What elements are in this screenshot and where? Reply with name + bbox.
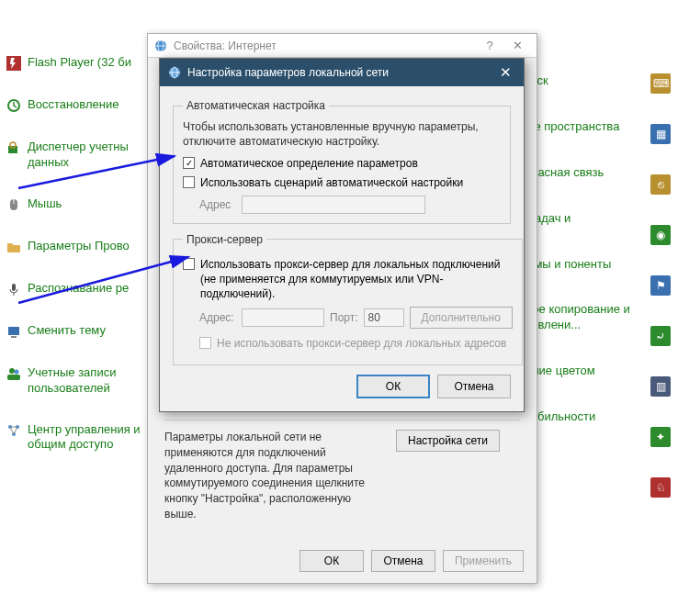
globe-icon xyxy=(167,65,182,80)
cp-tile-icon[interactable]: ▥ xyxy=(650,376,671,397)
proxy-group: Прокси-сервер Использовать прокси-сервер… xyxy=(173,233,523,365)
use-proxy-label: Использовать прокси-сервер для локальных… xyxy=(200,257,513,302)
lan-settings-button[interactable]: Настройка сети xyxy=(396,430,500,452)
auto-detect-label: Автоматическое определение параметров xyxy=(200,156,418,171)
globe-icon xyxy=(153,39,168,53)
cp-item-users[interactable]: Учетные записи пользователей xyxy=(6,365,147,397)
auto-config-desc: Чтобы использовать установленные вручную… xyxy=(183,119,501,149)
cp-item-flash[interactable]: Flash Player (32 би xyxy=(6,55,147,72)
proxy-address-input xyxy=(242,308,324,327)
cancel-button[interactable]: Отмена xyxy=(371,550,435,572)
ok-button[interactable]: ОК xyxy=(299,550,364,572)
lan-settings-dialog: Настройка параметров локальной сети ✕ Ав… xyxy=(159,58,525,412)
cancel-button[interactable]: Отмена xyxy=(437,375,511,398)
dialog-titlebar[interactable]: Настройка параметров локальной сети ✕ xyxy=(160,59,524,86)
group-legend: Прокси-сервер xyxy=(183,233,266,246)
group-legend: Автоматическая настройка xyxy=(183,99,329,112)
auto-config-group: Автоматическая настройка Чтобы использов… xyxy=(173,99,511,224)
close-button[interactable]: ✕ xyxy=(487,59,524,86)
auto-detect-checkbox[interactable] xyxy=(183,157,195,169)
help-button[interactable]: ? xyxy=(476,37,503,55)
cp-tile-icon[interactable]: ⚑ xyxy=(650,275,671,296)
use-script-label: Использовать сценарий автоматической нас… xyxy=(200,175,463,190)
cp-tile-icon[interactable]: ⌨ xyxy=(650,73,671,94)
cp-column-left: Flash Player (32 би Восстановление Диспе… xyxy=(0,55,147,616)
network-icon xyxy=(6,422,22,439)
address-label: Адрес xyxy=(199,198,236,211)
dialog-title: Настройка параметров локальной сети xyxy=(187,66,389,79)
credential-icon xyxy=(6,140,22,156)
folder-icon xyxy=(6,239,22,255)
script-address-input xyxy=(242,196,425,214)
use-proxy-checkbox[interactable] xyxy=(183,258,195,270)
cp-tile-icon[interactable]: ✦ xyxy=(650,427,671,447)
svg-rect-12 xyxy=(7,375,20,380)
cp-tile-icon[interactable]: ⤾ xyxy=(650,326,671,346)
cp-tile-icon[interactable]: ♘ xyxy=(650,477,671,498)
svg-rect-9 xyxy=(11,336,17,338)
proxy-port-label: Порт: xyxy=(330,311,358,324)
theme-icon xyxy=(6,323,22,340)
users-icon xyxy=(6,365,22,382)
cp-column-right-icons: ⌨▦⎋◉⚑⤾▥✦♘ xyxy=(650,55,678,616)
cp-item-mouse[interactable]: Мышь xyxy=(6,196,147,213)
cp-item-theme[interactable]: Сменить тему xyxy=(6,323,147,340)
svg-rect-8 xyxy=(8,327,19,335)
dialog-title: Свойства: Интернет xyxy=(174,39,277,52)
svg-rect-2 xyxy=(8,146,17,153)
bypass-local-label: Не использовать прокси-сервер для локаль… xyxy=(217,336,506,351)
cp-tile-icon[interactable]: ⎋ xyxy=(650,174,671,195)
proxy-port-input xyxy=(364,308,404,327)
cp-item-speech[interactable]: Распознавание ре xyxy=(6,281,147,297)
cp-tile-icon[interactable]: ◉ xyxy=(650,225,671,245)
ok-button[interactable]: ОК xyxy=(356,375,430,398)
cp-item-network-center[interactable]: Центр управления и общим доступо xyxy=(6,422,147,454)
svg-rect-6 xyxy=(12,284,16,291)
advanced-button: Дополнительно xyxy=(410,307,513,329)
microphone-icon xyxy=(6,281,22,297)
bypass-local-checkbox xyxy=(199,337,211,349)
proxy-address-label: Адрес: xyxy=(199,311,236,324)
close-button[interactable]: ✕ xyxy=(503,37,531,55)
mouse-icon xyxy=(6,196,22,213)
flash-icon xyxy=(6,55,22,72)
use-script-checkbox[interactable] xyxy=(183,176,195,188)
svg-point-11 xyxy=(15,369,19,374)
cp-item-explorer[interactable]: Параметры Прово xyxy=(6,239,147,255)
lan-description: Параметры локальной сети не применяются … xyxy=(164,430,385,522)
svg-point-10 xyxy=(9,368,15,374)
dialog-titlebar[interactable]: Свойства: Интернет ? ✕ xyxy=(148,34,537,58)
cp-tile-icon[interactable]: ▦ xyxy=(650,124,671,144)
cp-item-recovery[interactable]: Восстановление xyxy=(6,97,147,114)
recovery-icon xyxy=(6,97,22,114)
cp-item-credential[interactable]: Диспетчер учетны данных xyxy=(6,140,147,171)
apply-button: Применить xyxy=(443,550,524,572)
